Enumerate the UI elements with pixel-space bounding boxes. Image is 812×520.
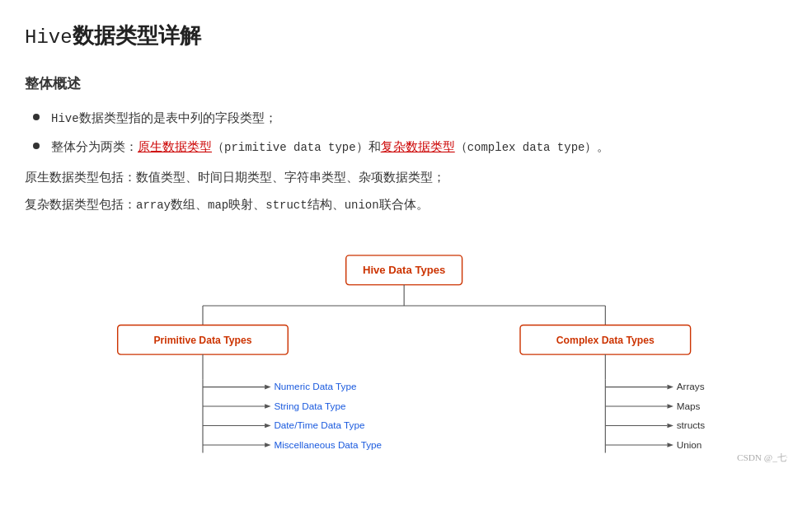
- hive-mono: Hive: [51, 112, 79, 125]
- svg-marker-12: [265, 405, 271, 410]
- section-heading: 整体概述: [25, 72, 787, 97]
- bullet-dot: [33, 143, 40, 149]
- para-2: 复杂数据类型包括：array数组、map映射、struct结构、union联合体…: [25, 194, 787, 216]
- arrays-label: Arrays: [677, 382, 705, 392]
- link-primitive: 原生数据类型: [138, 140, 212, 153]
- svg-marker-22: [667, 405, 674, 410]
- complex-label: Complex Data Types: [556, 335, 655, 346]
- mono-primitive: primitive data type: [224, 141, 356, 154]
- mono-map: map: [208, 199, 228, 212]
- maps-label: Maps: [677, 401, 701, 411]
- svg-marker-10: [265, 385, 271, 390]
- root-label: Hive Data Types: [363, 265, 445, 277]
- page-title: Hive数据类型详解: [25, 16, 787, 55]
- numeric-label: Numeric Data Type: [274, 382, 356, 392]
- datetime-label: Date/Time Data Type: [274, 420, 364, 431]
- bullet-dot: [33, 114, 40, 120]
- title-suffix: 数据类型详解: [73, 23, 201, 48]
- svg-marker-14: [265, 424, 271, 429]
- structs-label: structs: [677, 420, 706, 431]
- string-label: String Data Type: [274, 401, 345, 411]
- list-item: 整体分为两类：原生数据类型（primitive data type）和复杂数据类…: [33, 136, 787, 158]
- watermark-svg: CSDN @_七七: [737, 452, 787, 462]
- mono-union: union: [345, 199, 379, 212]
- bullet-list: Hive数据类型指的是表中列的字段类型； 整体分为两类：原生数据类型（primi…: [25, 107, 787, 158]
- list-item: Hive数据类型指的是表中列的字段类型；: [33, 107, 787, 129]
- para-1: 原生数据类型包括：数值类型、时间日期类型、字符串类型、杂项数据类型；: [25, 166, 787, 189]
- svg-marker-24: [667, 424, 674, 429]
- bullet-text-1: Hive数据类型指的是表中列的字段类型；: [51, 107, 277, 129]
- union-label: Union: [677, 439, 702, 450]
- svg-marker-26: [667, 443, 674, 448]
- svg-marker-20: [667, 385, 674, 390]
- mono-array: array: [136, 199, 171, 212]
- title-prefix: Hive: [25, 26, 73, 49]
- bullet-text-1-rest: 数据类型指的是表中列的字段类型；: [79, 111, 277, 124]
- misc-label: Miscellaneous Data Type: [274, 439, 382, 450]
- mono-struct: struct: [265, 199, 307, 212]
- svg-marker-16: [265, 443, 271, 448]
- link-complex: 复杂数据类型: [381, 140, 455, 153]
- mono-complex: complex data type: [467, 141, 585, 154]
- diagram-area: Hive Data Types Primitive Data Types Com…: [25, 241, 787, 471]
- bullet-text-2: 整体分为两类：原生数据类型（primitive data type）和复杂数据类…: [51, 136, 609, 158]
- hive-diagram: Hive Data Types Primitive Data Types Com…: [25, 241, 787, 471]
- primitive-label: Primitive Data Types: [153, 335, 251, 346]
